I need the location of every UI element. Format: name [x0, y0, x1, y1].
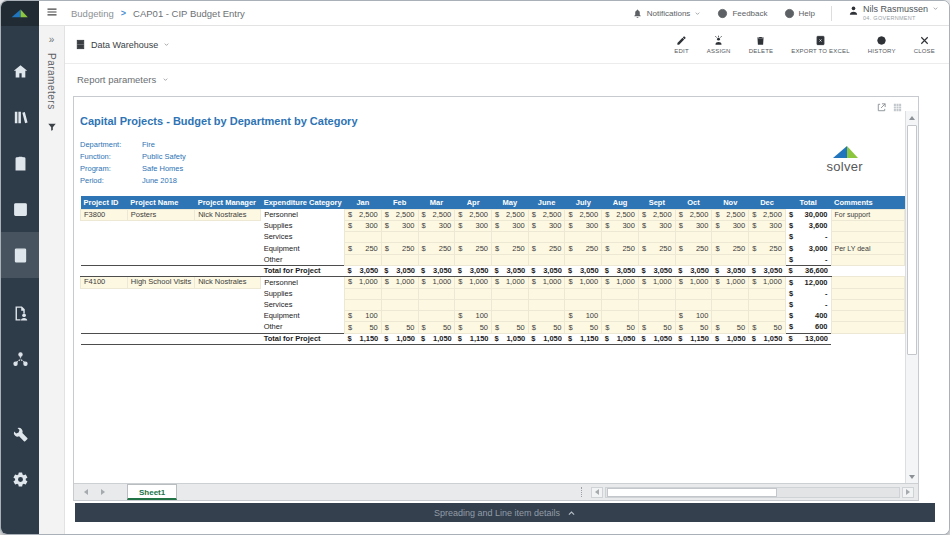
cell-month-value[interactable]: $50: [418, 322, 455, 333]
sheet-tab[interactable]: Sheet1: [127, 484, 177, 500]
cell-month-value[interactable]: $250: [381, 243, 418, 254]
sidebar-item-admin-tools[interactable]: [1, 410, 39, 456]
sidebar-item-reports[interactable]: [1, 94, 39, 140]
breadcrumb-section[interactable]: Budgeting: [71, 8, 114, 19]
cell-month-value[interactable]: [455, 299, 492, 310]
cell-month-value[interactable]: $300: [418, 220, 455, 231]
cell-month-value[interactable]: [345, 288, 382, 299]
scroll-down-arrow[interactable]: [906, 470, 918, 483]
cell-month-value[interactable]: $1,000: [418, 277, 455, 288]
delete-button[interactable]: DELETE: [749, 35, 774, 54]
cell-month-value[interactable]: [381, 288, 418, 299]
cell-month-value[interactable]: $250: [418, 243, 455, 254]
close-button[interactable]: CLOSE: [914, 35, 935, 54]
cell-month-value[interactable]: $50: [749, 322, 786, 333]
cell-month-value[interactable]: [602, 254, 639, 265]
cell-month-value[interactable]: [381, 232, 418, 243]
cell-month-value[interactable]: [638, 232, 675, 243]
cell-month-value[interactable]: [565, 299, 602, 310]
horizontal-scrollbar[interactable]: [581, 487, 918, 498]
sheet-prev-arrow[interactable]: [84, 489, 88, 495]
cell-month-value[interactable]: $1,000: [565, 277, 602, 288]
cell-month-value[interactable]: $300: [455, 220, 492, 231]
cell-month-value[interactable]: $2,500: [492, 209, 529, 220]
history-button[interactable]: HISTORY: [868, 35, 896, 54]
cell-month-value[interactable]: $2,500: [528, 209, 565, 220]
cell-month-value[interactable]: [638, 299, 675, 310]
cell-month-value[interactable]: [749, 232, 786, 243]
popout-icon[interactable]: [876, 99, 887, 110]
cell-month-value[interactable]: $300: [565, 220, 602, 231]
sidebar-item-workflow[interactable]: [1, 336, 39, 382]
user-menu[interactable]: Nils Rasmussen 04. GOVERNMENT: [848, 5, 939, 21]
assign-button[interactable]: ASSIGN: [707, 35, 731, 54]
cell-month-value[interactable]: $2,500: [675, 209, 712, 220]
cell-month-value[interactable]: $2,500: [418, 209, 455, 220]
sidebar-item-settings[interactable]: [1, 456, 39, 502]
horizontal-scroll-track[interactable]: [605, 487, 900, 498]
expand-panel-icon[interactable]: »: [49, 34, 55, 45]
cell-month-value[interactable]: $50: [345, 322, 382, 333]
cell-comment[interactable]: [831, 254, 905, 265]
cell-month-value[interactable]: [492, 288, 529, 299]
cell-month-value[interactable]: [712, 232, 749, 243]
cell-month-value[interactable]: $50: [492, 322, 529, 333]
grid-view-icon[interactable]: [892, 99, 903, 110]
spreading-details-expander[interactable]: Spreading and Line item details: [75, 503, 935, 522]
cell-month-value[interactable]: [675, 299, 712, 310]
cell-month-value[interactable]: $250: [455, 243, 492, 254]
cell-month-value[interactable]: [749, 299, 786, 310]
cell-comment[interactable]: For support: [831, 209, 905, 220]
cell-month-value[interactable]: $1,000: [675, 277, 712, 288]
data-source-dropdown[interactable]: Data Warehouse: [75, 39, 170, 50]
cell-month-value[interactable]: [675, 232, 712, 243]
cell-comment[interactable]: [831, 299, 905, 310]
cell-month-value[interactable]: $50: [455, 322, 492, 333]
cell-month-value[interactable]: [528, 232, 565, 243]
sidebar-item-tasks[interactable]: [1, 140, 39, 186]
app-logo[interactable]: [1, 1, 39, 26]
cell-month-value[interactable]: $100: [675, 311, 712, 322]
cell-month-value[interactable]: $300: [492, 220, 529, 231]
sidebar-item-report-viewer[interactable]: [1, 186, 39, 232]
sidebar-item-data-entry[interactable]: [1, 290, 39, 336]
cell-month-value[interactable]: [381, 254, 418, 265]
cell-month-value[interactable]: [418, 299, 455, 310]
cell-month-value[interactable]: $50: [712, 322, 749, 333]
cell-month-value[interactable]: [675, 254, 712, 265]
cell-month-value[interactable]: $300: [528, 220, 565, 231]
sheet-next-arrow[interactable]: [101, 489, 105, 495]
cell-month-value[interactable]: [418, 311, 455, 322]
cell-month-value[interactable]: $100: [455, 311, 492, 322]
cell-month-value[interactable]: [712, 299, 749, 310]
cell-month-value[interactable]: $1,000: [381, 277, 418, 288]
cell-month-value[interactable]: [345, 232, 382, 243]
scroll-left-arrow[interactable]: [591, 487, 603, 498]
cell-month-value[interactable]: $1,000: [602, 277, 639, 288]
cell-month-value[interactable]: $250: [602, 243, 639, 254]
cell-month-value[interactable]: $100: [565, 311, 602, 322]
cell-month-value[interactable]: [492, 254, 529, 265]
cell-month-value[interactable]: $2,500: [345, 209, 382, 220]
feedback-button[interactable]: Feedback: [717, 8, 767, 19]
cell-month-value[interactable]: $300: [749, 220, 786, 231]
cell-month-value[interactable]: [455, 288, 492, 299]
cell-month-value[interactable]: $50: [381, 322, 418, 333]
cell-month-value[interactable]: [492, 232, 529, 243]
cell-month-value[interactable]: $300: [602, 220, 639, 231]
cell-month-value[interactable]: [528, 288, 565, 299]
cell-month-value[interactable]: $250: [565, 243, 602, 254]
cell-month-value[interactable]: $1,000: [528, 277, 565, 288]
cell-month-value[interactable]: [418, 288, 455, 299]
notifications-button[interactable]: Notifications: [632, 8, 702, 19]
cell-month-value[interactable]: [381, 311, 418, 322]
cell-month-value[interactable]: $250: [492, 243, 529, 254]
cell-month-value[interactable]: $250: [528, 243, 565, 254]
cell-month-value[interactable]: $300: [381, 220, 418, 231]
menu-icon[interactable]: [39, 4, 65, 22]
cell-month-value[interactable]: $50: [602, 322, 639, 333]
sidebar-item-budgeting[interactable]: [1, 232, 39, 278]
cell-month-value[interactable]: [712, 288, 749, 299]
cell-month-value[interactable]: [565, 232, 602, 243]
cell-month-value[interactable]: [418, 232, 455, 243]
